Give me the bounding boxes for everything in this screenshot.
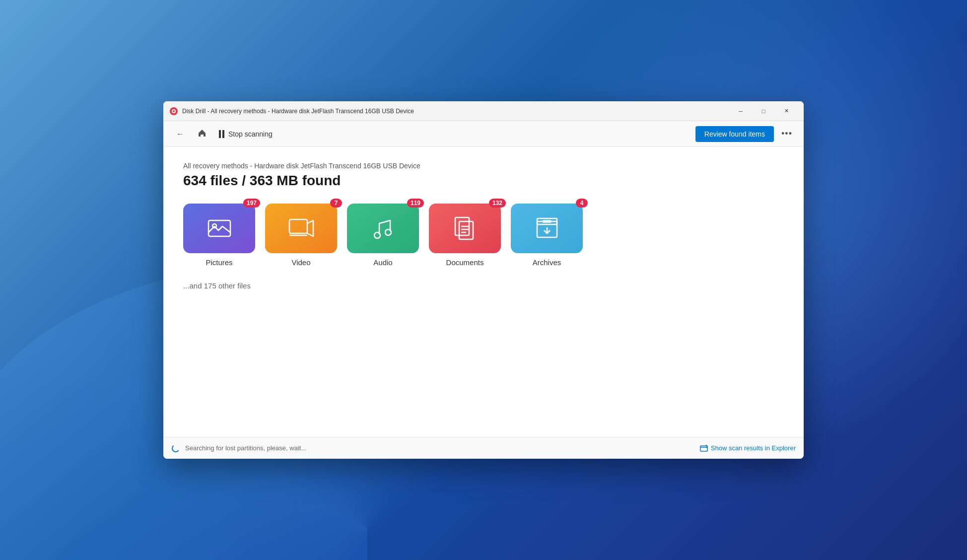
explorer-button-label: Show scan results in Explorer (711, 444, 796, 452)
explorer-icon (700, 444, 708, 452)
window-title: Disk Drill - All recovery methods - Hard… (182, 108, 729, 115)
minimize-button[interactable]: ─ (729, 101, 752, 121)
svg-rect-19 (700, 446, 707, 451)
archives-label: Archives (533, 258, 561, 267)
file-categories: 197 Pictures 7 (183, 204, 784, 267)
more-options-button[interactable]: ••• (778, 125, 796, 143)
svg-rect-10 (459, 221, 473, 239)
home-button[interactable] (193, 125, 211, 143)
title-bar: Disk Drill - All recovery methods - Hard… (163, 101, 804, 121)
pictures-badge: 197 (243, 199, 260, 208)
svg-point-7 (374, 232, 380, 238)
pictures-icon-wrapper: 197 (183, 204, 255, 253)
documents-label: Documents (446, 258, 484, 267)
scan-title: 634 files / 363 MB found (183, 173, 784, 189)
category-card-audio[interactable]: 119 Audio (347, 204, 419, 267)
video-badge: 7 (330, 199, 342, 208)
svg-rect-5 (289, 219, 307, 233)
audio-label: Audio (373, 258, 392, 267)
audio-badge: 119 (407, 199, 424, 208)
other-files-text: ...and 175 other files (183, 281, 784, 290)
back-icon: ← (176, 130, 184, 139)
scan-subtitle: All recovery methods - Hardware disk Jet… (183, 162, 784, 170)
stop-scanning-label: Stop scanning (228, 130, 273, 138)
svg-point-8 (385, 229, 391, 235)
documents-badge: 132 (489, 199, 506, 208)
svg-point-18 (172, 444, 180, 452)
review-found-items-button[interactable]: Review found items (695, 126, 774, 142)
show-explorer-button[interactable]: Show scan results in Explorer (700, 444, 796, 452)
main-content: All recovery methods - Hardware disk Jet… (163, 147, 804, 437)
stop-scanning-control[interactable]: Stop scanning (215, 130, 276, 138)
spinner-icon (171, 444, 180, 453)
close-button[interactable]: ✕ (775, 101, 798, 121)
window-controls: ─ □ ✕ (729, 101, 798, 121)
app-window: Disk Drill - All recovery methods - Hard… (163, 101, 804, 459)
video-label: Video (291, 258, 310, 267)
category-card-archives[interactable]: 4 Archives (511, 204, 583, 267)
home-icon (198, 129, 207, 140)
documents-icon-wrapper: 132 (429, 204, 501, 253)
video-icon-wrapper: 7 (265, 204, 337, 253)
category-card-video[interactable]: 7 Video (265, 204, 337, 267)
audio-icon-wrapper: 119 (347, 204, 419, 253)
category-card-documents[interactable]: 132 Documents (429, 204, 501, 267)
more-icon: ••• (781, 129, 792, 139)
toolbar: ← Stop scanning Review found items ••• (163, 121, 804, 147)
archives-badge: 4 (576, 199, 588, 208)
archives-icon-wrapper: 4 (511, 204, 583, 253)
pause-icon (219, 130, 224, 138)
app-icon (169, 107, 178, 116)
status-text: Searching for lost partitions, please, w… (185, 444, 306, 452)
status-bar: Searching for lost partitions, please, w… (163, 437, 804, 459)
svg-point-2 (173, 110, 175, 112)
maximize-button[interactable]: □ (752, 101, 775, 121)
pictures-label: Pictures (206, 258, 232, 267)
category-card-pictures[interactable]: 197 Pictures (183, 204, 255, 267)
back-button[interactable]: ← (171, 125, 189, 143)
